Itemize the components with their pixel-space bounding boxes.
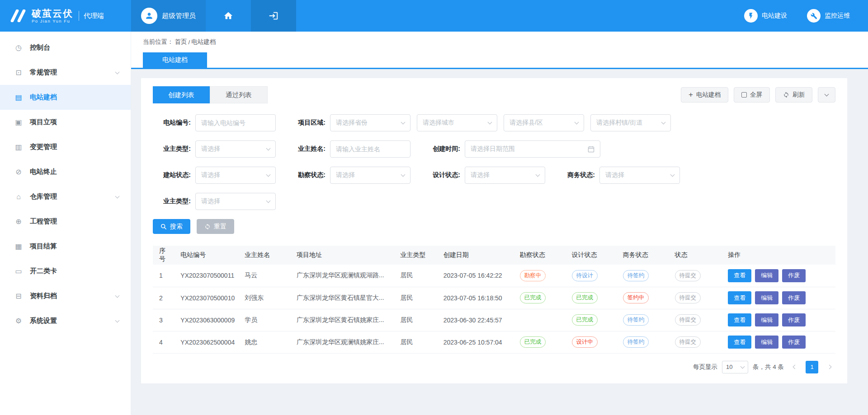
sidebar-item-console[interactable]: ◷控制台 <box>0 35 131 60</box>
chevron-down-icon <box>115 70 120 74</box>
tab-passed-list[interactable]: 通过列表 <box>210 86 268 103</box>
station-code-input[interactable] <box>195 114 276 131</box>
edit-button[interactable]: 编辑 <box>755 291 778 304</box>
sidebar-item-label: 资料归档 <box>30 292 116 300</box>
edit-button[interactable]: 编辑 <box>755 269 778 282</box>
nav-station-build[interactable]: 电站建设 <box>744 9 787 23</box>
col-actions: 操作 <box>723 246 835 265</box>
city-select[interactable]: 请选择城市 <box>417 114 497 131</box>
chevron-down-icon <box>670 172 675 177</box>
sidebar-item-project-init[interactable]: ▣项目立项 <box>0 110 131 135</box>
edit-button[interactable]: 编辑 <box>755 313 778 326</box>
cell-actions: 查看编辑作废 <box>723 265 835 287</box>
sidebar-item-warehouse[interactable]: ⌂仓库管理 <box>0 184 131 209</box>
business-status-select[interactable]: 请选择 <box>599 167 680 184</box>
cell-index: 1 <box>153 265 176 287</box>
sidebar-item-station-archive[interactable]: ▤电站建档 <box>0 85 131 110</box>
sidebar-item-change-mgmt[interactable]: ▥变更管理 <box>0 135 131 159</box>
logout-icon <box>269 11 278 21</box>
breadcrumb-separator: / <box>189 39 190 46</box>
province-select[interactable]: 请选择省份 <box>330 114 410 131</box>
sidebar-item-engineering[interactable]: ⊕工程管理 <box>0 209 131 234</box>
cell-created: 2023-07-05 16:18:50 <box>439 287 515 309</box>
sidebar-item-label: 控制台 <box>30 43 119 52</box>
cell-owner: 刘强东 <box>240 287 292 309</box>
dashboard-icon: ◷ <box>14 43 24 52</box>
cell-survey: 已完成 <box>515 331 567 353</box>
sidebar-item-general[interactable]: ⊡常规管理 <box>0 60 131 85</box>
table-row: 4YX2023062500004姚忠广东深圳龙华区观澜镇姚家庄...居民2023… <box>153 331 835 353</box>
sidebar-item-station-terminate[interactable]: ⊘电站终止 <box>0 159 131 184</box>
cell-index: 2 <box>153 287 176 309</box>
cell-created: 2023-06-25 10:57:04 <box>439 331 515 353</box>
search-button[interactable]: 搜索 <box>153 219 190 234</box>
per-page-label: 每页显示 <box>693 363 717 371</box>
sidebar-item-settlement[interactable]: ▦项目结算 <box>0 234 131 259</box>
page-size-select[interactable]: 10 <box>722 361 748 373</box>
station-code-label: 电站编号: <box>153 119 191 127</box>
prev-page-button[interactable] <box>788 361 801 373</box>
create-time-range-input[interactable]: 请选择日期范围 <box>465 140 600 158</box>
logout-button[interactable] <box>251 0 296 32</box>
cell-owner: 姚忠 <box>240 331 292 353</box>
cell-design: 已完成 <box>567 309 618 331</box>
placeholder-text: 请选择 <box>201 197 220 205</box>
stations-table: 序号电站编号业主姓名项目地址业主类型创建日期勘察状态设计状态商务状态状态操作 1… <box>153 246 835 354</box>
cell-owner_type: 居民 <box>396 309 439 331</box>
main-content: 当前位置： 首页 / 电站建档 电站建档 创建列表通过列表 + 电站建档 全屏 <box>131 32 868 415</box>
sidebar-item-card-type2[interactable]: ▭开二类卡 <box>0 259 131 284</box>
void-button[interactable]: 作废 <box>782 269 806 282</box>
cell-survey: 勘察中 <box>515 265 567 287</box>
user-name: 超级管理员 <box>162 12 196 20</box>
chevron-down-icon <box>266 146 271 150</box>
reset-icon <box>204 224 211 230</box>
plus-icon: + <box>689 91 693 98</box>
district-select[interactable]: 请选择县/区 <box>504 114 584 131</box>
chevron-left-icon <box>793 365 797 369</box>
void-button[interactable]: 作废 <box>782 336 806 349</box>
home-button[interactable] <box>206 0 251 32</box>
page-number-1[interactable]: 1 <box>806 361 818 373</box>
edit-button[interactable]: 编辑 <box>755 336 778 349</box>
view-button[interactable]: 查看 <box>728 336 751 349</box>
user-menu[interactable]: 超级管理员 <box>131 0 206 32</box>
sidebar-item-label: 开二类卡 <box>30 267 119 275</box>
col-code: 电站编号 <box>176 246 240 265</box>
business-badge: 待签约 <box>623 314 649 326</box>
business-badge: 签约中 <box>623 292 649 303</box>
owner-type2-select[interactable]: 请选择 <box>195 193 276 210</box>
fullscreen-button[interactable]: 全屏 <box>734 87 770 103</box>
view-button[interactable]: 查看 <box>728 269 751 282</box>
void-button[interactable]: 作废 <box>782 313 806 326</box>
tab-create-list[interactable]: 创建列表 <box>153 86 210 103</box>
col-design: 设计状态 <box>567 246 618 265</box>
card-icon: ▭ <box>14 267 24 275</box>
cell-design: 已完成 <box>567 287 618 309</box>
page-tab[interactable]: 电站建档 <box>143 52 207 68</box>
sidebar-item-label: 工程管理 <box>30 217 119 226</box>
refresh-button[interactable]: 刷新 <box>775 87 812 103</box>
owner-name-input[interactable] <box>330 140 410 158</box>
sidebar-item-settings[interactable]: ⚙系统设置 <box>0 308 131 333</box>
nav-monitor-ops[interactable]: 监控运维 <box>807 9 850 23</box>
build-status-select[interactable]: 请选择 <box>195 167 276 184</box>
town-select[interactable]: 请选择村镇/街道 <box>590 114 671 131</box>
reset-button[interactable]: 重置 <box>197 219 234 234</box>
breadcrumb-home[interactable]: 首页 <box>175 38 187 46</box>
survey-badge: 已完成 <box>520 336 546 348</box>
next-page-button[interactable] <box>823 361 835 373</box>
placeholder-text: 请选择 <box>201 145 220 153</box>
cell-business: 签约中 <box>618 287 670 309</box>
col-survey: 勘察状态 <box>515 246 567 265</box>
design-status-select[interactable]: 请选择 <box>465 167 545 184</box>
collapse-button[interactable] <box>818 87 835 103</box>
void-button[interactable]: 作废 <box>782 291 806 304</box>
survey-status-select[interactable]: 请选择 <box>330 167 410 184</box>
sidebar-item-archive[interactable]: ⊟资料归档 <box>0 284 131 308</box>
sidebar-item-label: 变更管理 <box>30 143 119 151</box>
view-button[interactable]: 查看 <box>728 313 751 326</box>
view-button[interactable]: 查看 <box>728 291 751 304</box>
owner-type-select[interactable]: 请选择 <box>195 140 276 158</box>
create-station-button[interactable]: + 电站建档 <box>681 87 728 103</box>
cell-created: 2023-06-30 22:45:57 <box>439 309 515 331</box>
